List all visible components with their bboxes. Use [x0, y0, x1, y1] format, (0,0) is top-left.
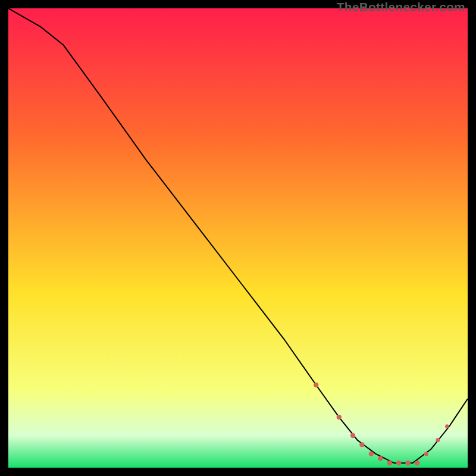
gradient-background	[8, 8, 468, 468]
curve-marker	[359, 442, 364, 447]
curve-marker	[424, 452, 428, 456]
curve-marker	[387, 461, 392, 465]
curve-marker	[436, 438, 440, 442]
curve-marker	[350, 433, 355, 438]
curve-marker	[369, 452, 374, 456]
chart-svg	[8, 8, 468, 468]
curve-marker	[445, 424, 449, 428]
curve-marker	[337, 415, 342, 419]
plot-area	[8, 8, 468, 468]
curve-marker	[314, 383, 318, 387]
chart-stage: TheBottlenecker.com	[0, 0, 476, 476]
curve-marker	[378, 456, 383, 461]
curve-marker	[405, 461, 410, 465]
curve-marker	[396, 461, 401, 465]
watermark-text: TheBottlenecker.com	[337, 0, 465, 14]
curve-marker	[415, 461, 419, 465]
